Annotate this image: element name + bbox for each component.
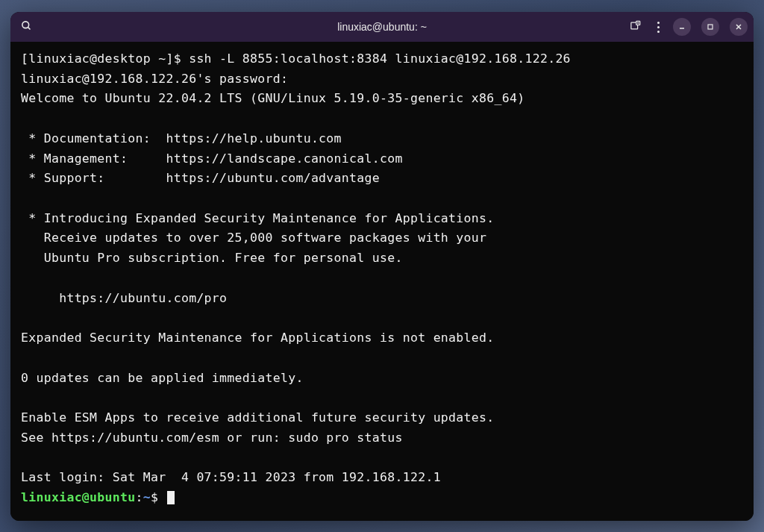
terminal-output[interactable]: [linuxiac@desktop ~]$ ssh -L 8855:localh… <box>10 42 754 521</box>
menu-icon[interactable] <box>654 19 663 36</box>
terminal-window: linuxiac@ubuntu: ~ <box>10 12 754 521</box>
cursor <box>167 491 175 504</box>
prompt-user: linuxiac@ubuntu <box>21 490 136 504</box>
new-tab-icon[interactable] <box>627 17 644 37</box>
svg-line-1 <box>28 27 30 29</box>
svg-point-0 <box>22 21 29 28</box>
terminal-text: [linuxiac@desktop ~]$ ssh -L 8855:localh… <box>21 49 743 508</box>
prompt-path: ~ <box>143 490 151 504</box>
titlebar: linuxiac@ubuntu: ~ <box>10 12 754 42</box>
minimize-button[interactable] <box>673 18 691 36</box>
maximize-button[interactable] <box>701 18 719 36</box>
close-button[interactable] <box>730 18 748 36</box>
window-title: linuxiac@ubuntu: ~ <box>337 21 427 33</box>
search-icon[interactable] <box>16 16 37 39</box>
svg-rect-7 <box>708 25 713 29</box>
